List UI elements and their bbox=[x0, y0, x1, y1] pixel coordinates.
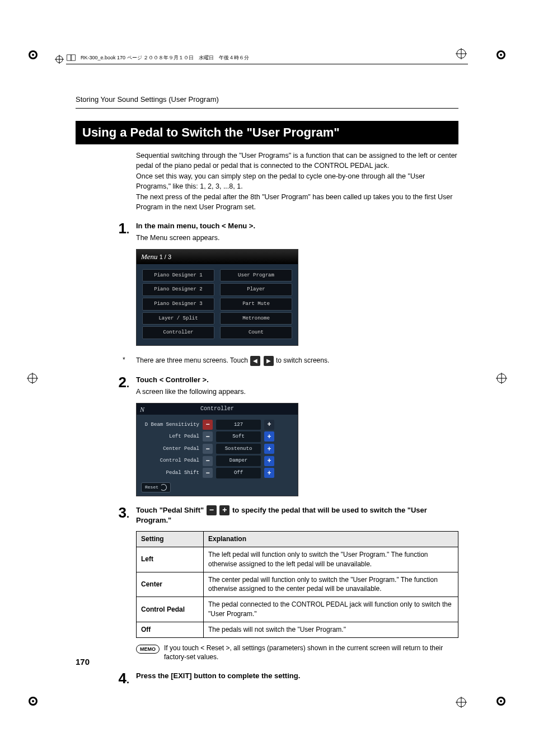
minus-button: − bbox=[203, 444, 213, 454]
menu-item: Controller bbox=[142, 326, 214, 339]
controller-label: Center Pedal bbox=[141, 445, 203, 453]
step-title: Touch "Pedal Shift" − + to specify the p… bbox=[136, 505, 458, 526]
controller-label: D Beam Sensitivity bbox=[141, 421, 203, 429]
memo: MEMO If you touch < Reset >, all setting… bbox=[136, 644, 458, 663]
plus-icon: + bbox=[219, 505, 229, 515]
setting-name: Off bbox=[137, 622, 204, 637]
step-title: In the main menu, touch < Menu >. bbox=[136, 221, 458, 231]
menu-item: Player bbox=[220, 283, 292, 296]
controller-label: Control Pedal bbox=[141, 457, 203, 464]
memo-badge: MEMO bbox=[136, 645, 160, 654]
note-icon: N bbox=[140, 405, 144, 415]
controller-label: Pedal Shift bbox=[141, 469, 203, 477]
setting-explanation: The pedal connected to the CONTROL PEDAL… bbox=[204, 597, 458, 622]
note-text: to switch screens. bbox=[276, 356, 329, 364]
book-icon bbox=[66, 54, 76, 62]
controller-row: Center Pedal−Sostenuto+ bbox=[141, 444, 293, 454]
settings-table: Setting Explanation LeftThe left pedal w… bbox=[136, 531, 458, 637]
crop-mark-icon bbox=[493, 47, 509, 63]
crop-mark-icon bbox=[27, 373, 38, 384]
controller-screenshot-title: N Controller bbox=[137, 403, 298, 415]
menu-row: Piano Designer 2Player bbox=[142, 283, 292, 296]
table-row: Control PedalThe pedal connected to the … bbox=[137, 597, 458, 622]
setting-name: Left bbox=[137, 547, 204, 572]
controller-screenshot: N Controller D Beam Sensitivity−127+Left… bbox=[136, 403, 298, 496]
setting-explanation: The left pedal will function only to swi… bbox=[204, 547, 458, 572]
table-row: OffThe pedals will not switch the "User … bbox=[137, 622, 458, 637]
setting-name: Center bbox=[137, 572, 204, 597]
intro-block: Sequential switching through the "User P… bbox=[136, 151, 458, 212]
controller-value: 127 bbox=[216, 420, 261, 430]
step-title: Press the [EXIT] button to complete the … bbox=[136, 671, 458, 681]
table-row: LeftThe left pedal will function only to… bbox=[137, 547, 458, 572]
menu-item: Piano Designer 1 bbox=[142, 269, 214, 282]
crop-mark-icon bbox=[496, 373, 507, 384]
crop-mark-icon bbox=[456, 697, 467, 708]
step-2: 2. Touch < Controller >. A screen like t… bbox=[76, 375, 458, 496]
menu-item: User Program bbox=[220, 269, 292, 282]
menu-row: ControllerCount bbox=[142, 326, 292, 339]
step-title: Touch < Controller >. bbox=[136, 375, 458, 385]
step-3: 3. Touch "Pedal Shift" − + to specify th… bbox=[76, 505, 458, 638]
running-head: Storing Your Sound Settings (User Progra… bbox=[76, 95, 458, 104]
crop-mark-icon bbox=[25, 693, 41, 709]
crop-mark-icon bbox=[55, 55, 64, 64]
step-line: A screen like the following appears. bbox=[136, 387, 458, 397]
menu-item: Count bbox=[220, 326, 292, 339]
controller-row: Left Pedal−Soft+ bbox=[141, 431, 293, 442]
step-1: 1. In the main menu, touch < Menu >. The… bbox=[76, 221, 458, 351]
menu-screenshot-title: Menu 1 / 3 bbox=[137, 250, 298, 264]
menu-item: Layer / Split bbox=[142, 312, 214, 325]
step-4: 4. Press the [EXIT] button to complete t… bbox=[76, 671, 458, 685]
step-line: The Menu screen appears. bbox=[136, 233, 458, 243]
page-number: 170 bbox=[76, 657, 90, 666]
left-arrow-icon: ◀ bbox=[250, 356, 260, 366]
note-text: There are three menu screens. Touch bbox=[136, 356, 250, 364]
controller-row: Pedal Shift−Off+ bbox=[141, 468, 293, 478]
menu-item: Piano Designer 3 bbox=[142, 298, 214, 311]
setting-name: Control Pedal bbox=[137, 597, 204, 622]
table-header: Setting bbox=[137, 532, 204, 547]
menu-row: Piano Designer 1User Program bbox=[142, 269, 292, 282]
plus-button: + bbox=[264, 444, 274, 454]
controller-value: Sostenuto bbox=[216, 444, 261, 454]
table-header: Explanation bbox=[204, 532, 458, 547]
menu-row: Layer / SplitMetronome bbox=[142, 312, 292, 325]
plus-button: + bbox=[264, 456, 274, 466]
controller-row: D Beam Sensitivity−127+ bbox=[141, 420, 293, 430]
menu-item: Piano Designer 2 bbox=[142, 283, 214, 296]
plus-button: + bbox=[264, 468, 274, 478]
minus-icon: − bbox=[207, 505, 217, 515]
minus-button: − bbox=[203, 456, 213, 466]
controller-value: Soft bbox=[216, 431, 261, 442]
reset-button: Reset bbox=[141, 482, 171, 492]
svg-point-2 bbox=[32, 54, 34, 56]
minus-button: − bbox=[203, 468, 213, 478]
asterisk: * bbox=[123, 356, 136, 364]
setting-explanation: The pedals will not switch the "User Pro… bbox=[204, 622, 458, 637]
svg-point-8 bbox=[32, 700, 34, 702]
menu-row: Piano Designer 3Part Mute bbox=[142, 298, 292, 311]
right-arrow-icon: ▶ bbox=[264, 356, 274, 366]
memo-text: If you touch < Reset >, all settings (pa… bbox=[164, 644, 458, 663]
plus-button: + bbox=[264, 420, 274, 430]
section-title: Using a Pedal to Switch the "User Progra… bbox=[76, 121, 458, 144]
page-header: RK-300_e.book 170 ページ ２００８年９月１０日 水曜日 午後４… bbox=[66, 54, 468, 64]
crop-mark-icon bbox=[493, 693, 509, 709]
step-number: 1. bbox=[76, 221, 136, 351]
table-row: CenterThe center pedal will function onl… bbox=[137, 572, 458, 597]
footnote: * There are three menu screens. Touch ◀ … bbox=[123, 356, 458, 366]
minus-button: − bbox=[203, 420, 213, 430]
step-number: 4. bbox=[76, 671, 136, 685]
setting-explanation: The center pedal will function only to s… bbox=[204, 572, 458, 597]
controller-label: Left Pedal bbox=[141, 433, 203, 440]
intro-line: The next press of the pedal after the 8t… bbox=[136, 192, 458, 212]
rule bbox=[76, 108, 458, 109]
intro-line: Sequential switching through the "User P… bbox=[136, 151, 458, 171]
plus-button: + bbox=[264, 431, 274, 442]
controller-row: Control Pedal−Damper+ bbox=[141, 456, 293, 466]
controller-value: Damper bbox=[216, 456, 261, 466]
intro-line: Once set this way, you can simply step o… bbox=[136, 172, 458, 191]
step-number: 3. bbox=[76, 505, 136, 638]
menu-screenshot: Menu 1 / 3 Piano Designer 1User ProgramP… bbox=[136, 249, 298, 346]
